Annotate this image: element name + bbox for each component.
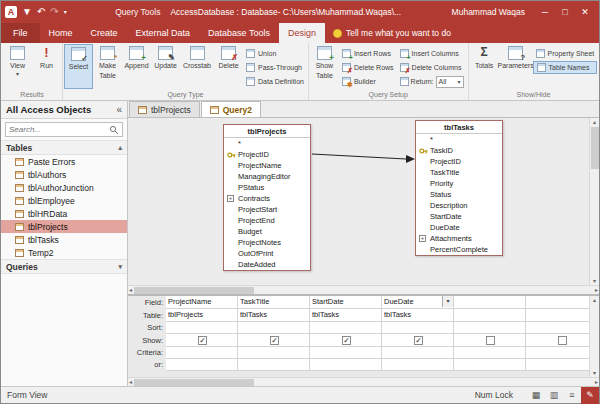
table-cell[interactable]: [526, 309, 589, 322]
show-checkbox[interactable]: ✓: [198, 336, 207, 345]
data-definition-button[interactable]: Data Definition: [243, 75, 307, 88]
scroll-down-icon[interactable]: ▾: [592, 277, 597, 285]
field-row[interactable]: ManagingEditor: [224, 171, 310, 182]
table-cell[interactable]: tblTasks: [238, 309, 310, 322]
return-combo[interactable]: Return: All ▾: [397, 75, 467, 88]
nav-item-tblauthorjunction[interactable]: tblAuthorJunction: [1, 181, 127, 194]
field-list-title[interactable]: tblTasks: [416, 121, 502, 134]
nav-item-tblauthors[interactable]: tblAuthors: [1, 168, 127, 181]
sort-cell[interactable]: [310, 322, 382, 334]
design-surface[interactable]: tblProjects * ProjectID ProjectName Mana…: [128, 118, 589, 285]
show-checkbox[interactable]: ✓: [270, 336, 279, 345]
field-row[interactable]: TaskTitle: [416, 167, 502, 178]
make-table-button[interactable]: * Make Table: [93, 44, 122, 89]
doc-tab-query2[interactable]: Query2: [201, 101, 261, 117]
field-row[interactable]: ProjectID: [416, 156, 502, 167]
field-row[interactable]: PercentComplete: [416, 244, 502, 255]
show-checkbox[interactable]: ✓: [414, 336, 423, 345]
scroll-thumb[interactable]: [591, 127, 599, 169]
table-cell[interactable]: [454, 309, 526, 322]
nav-item-tbltasks[interactable]: tblTasks: [1, 233, 127, 246]
tab-design[interactable]: Design: [279, 23, 325, 43]
field-cell-selected[interactable]: DueDate: [382, 296, 454, 309]
field-list-tbltasks[interactable]: tblTasks * TaskID ProjectID TaskTitle Pr…: [415, 120, 503, 256]
scroll-thumb[interactable]: [134, 287, 254, 294]
scroll-up-icon[interactable]: ▴: [592, 118, 597, 126]
scroll-right-icon[interactable]: ▸: [594, 286, 599, 294]
field-cell[interactable]: TaskTitle: [238, 296, 310, 309]
or-cell[interactable]: [166, 359, 238, 371]
qat-customize-icon[interactable]: ▾: [64, 7, 67, 17]
update-button[interactable]: ✎ Update: [151, 44, 180, 89]
or-cell[interactable]: [238, 359, 310, 371]
run-button[interactable]: ! Run: [32, 44, 61, 89]
crosstab-button[interactable]: Crosstab: [180, 44, 214, 89]
access-app-icon[interactable]: A: [5, 6, 17, 18]
field-list-title[interactable]: tblProjects: [224, 125, 310, 138]
delete-rows-button[interactable]: ✗ Delete Rows: [339, 61, 397, 74]
criteria-cell[interactable]: [310, 347, 382, 359]
field-row[interactable]: StartDate: [416, 211, 502, 222]
signed-in-user[interactable]: Muhammad Waqas: [452, 7, 525, 17]
property-sheet-button[interactable]: Property Sheet: [533, 47, 598, 60]
builder-button[interactable]: ✱ Builder: [339, 75, 397, 88]
scroll-left-icon[interactable]: ◂: [128, 286, 133, 294]
field-row[interactable]: ProjectStart: [224, 204, 310, 215]
sort-cell[interactable]: [382, 322, 454, 334]
grid-horizontal-scrollbar[interactable]: ◂ ▸: [128, 377, 599, 386]
field-row[interactable]: *: [416, 134, 502, 145]
show-cell[interactable]: ✓: [310, 334, 382, 347]
tab-create[interactable]: Create: [82, 23, 127, 43]
field-row[interactable]: Description: [416, 200, 502, 211]
criteria-cell[interactable]: [526, 347, 589, 359]
field-row[interactable]: Contracts: [224, 193, 310, 204]
show-cell[interactable]: [526, 334, 589, 347]
show-cell[interactable]: ✓: [238, 334, 310, 347]
sql-view-icon[interactable]: ≡: [563, 387, 581, 404]
table-cell[interactable]: tblTasks: [310, 309, 382, 322]
nav-section-queries[interactable]: Queries ▾: [1, 259, 127, 274]
grid-vertical-scrollbar[interactable]: ▴ ▾: [589, 296, 599, 377]
select-query-button[interactable]: ✓ Select: [64, 44, 93, 89]
field-cell[interactable]: [454, 296, 526, 309]
nav-item-tblhrdata[interactable]: tblHRData: [1, 207, 127, 220]
field-row[interactable]: DateAdded: [224, 259, 310, 270]
design-vertical-scrollbar[interactable]: ▴ ▾: [589, 118, 599, 285]
tab-database-tools[interactable]: Database Tools: [199, 23, 279, 43]
minimize-icon[interactable]: ─: [535, 2, 555, 22]
field-cell[interactable]: StartDate: [310, 296, 382, 309]
pivot-view-icon[interactable]: ▥: [545, 387, 563, 404]
close-icon[interactable]: ✕: [575, 2, 595, 22]
table-cell[interactable]: tblProjects: [166, 309, 238, 322]
nav-item-temp2[interactable]: Temp2: [1, 246, 127, 259]
field-row[interactable]: ProjectNotes: [224, 237, 310, 248]
append-button[interactable]: + Append: [122, 44, 151, 89]
table-cell[interactable]: tblTasks: [382, 309, 454, 322]
show-checkbox[interactable]: [486, 336, 495, 345]
field-row[interactable]: Budget: [224, 226, 310, 237]
sort-cell[interactable]: [166, 322, 238, 334]
undo-icon[interactable]: ↶: [37, 7, 45, 17]
search-input[interactable]: [9, 125, 109, 134]
field-row[interactable]: Status: [416, 189, 502, 200]
show-cell[interactable]: ✓: [166, 334, 238, 347]
field-row[interactable]: TaskID: [416, 145, 502, 156]
datasheet-view-icon[interactable]: ▦: [527, 387, 545, 404]
nav-item-paste-errors[interactable]: Paste Errors: [1, 155, 127, 168]
field-list-tblprojects[interactable]: tblProjects * ProjectID ProjectName Mana…: [223, 124, 311, 271]
or-cell[interactable]: [526, 359, 589, 371]
doc-tab-tblprojects[interactable]: tblProjects: [129, 101, 200, 117]
field-cell[interactable]: ProjectName: [166, 296, 238, 309]
field-row[interactable]: DueDate: [416, 222, 502, 233]
field-row[interactable]: ProjectID: [224, 149, 310, 160]
totals-button[interactable]: Σ Totals: [470, 44, 499, 89]
delete-columns-button[interactable]: ✗ Delete Columns: [397, 61, 467, 74]
criteria-cell[interactable]: [238, 347, 310, 359]
view-button[interactable]: View ▾: [3, 44, 32, 89]
nav-item-tblemployee[interactable]: tblEmployee: [1, 194, 127, 207]
maximize-icon[interactable]: □: [555, 2, 575, 22]
table-names-button[interactable]: Table Names: [533, 61, 598, 74]
show-cell[interactable]: [454, 334, 526, 347]
field-row[interactable]: OutOfPrint: [224, 248, 310, 259]
save-icon[interactable]: ▼: [22, 7, 32, 17]
